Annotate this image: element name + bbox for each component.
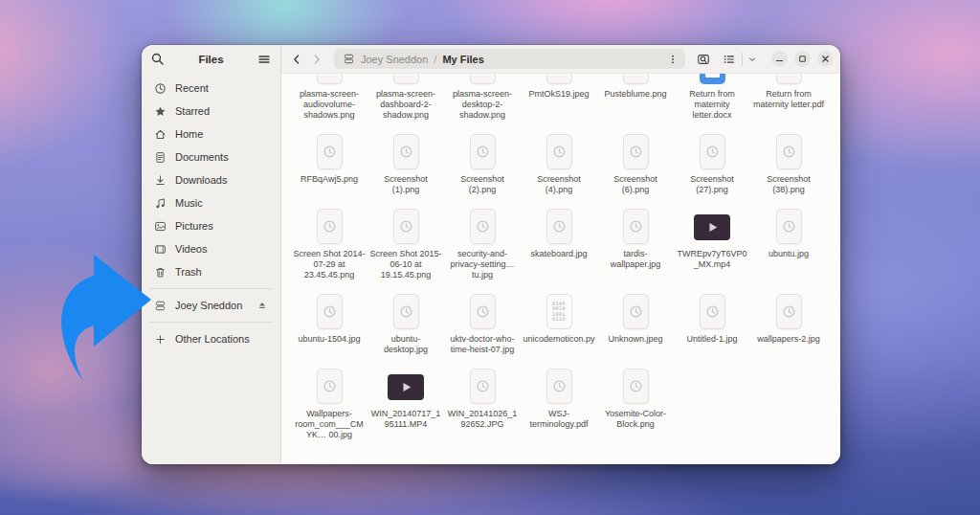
thumbnail-pending-icon <box>546 134 572 169</box>
file-item[interactable]: 0100 0010 1001 0110unicodemoticon.py <box>521 291 597 366</box>
file-item[interactable]: WIN_20141026_192652.JPG <box>444 366 521 451</box>
file-item[interactable]: WSJ-terminology.pdf <box>521 366 597 451</box>
play-icon <box>705 220 720 235</box>
clock-icon <box>705 304 720 319</box>
file-icon-box <box>388 366 424 404</box>
file-item[interactable]: RFBqAwj5.png <box>291 131 368 206</box>
eject-icon[interactable] <box>256 300 268 311</box>
file-item[interactable]: Return from maternity letter.docx <box>674 73 750 131</box>
file-item[interactable]: security-and-privacy-setting…tu.jpg <box>444 206 521 291</box>
hamburger-menu-icon[interactable] <box>256 52 272 67</box>
close-button[interactable] <box>817 51 834 67</box>
file-item[interactable]: Screenshot (38).png <box>750 131 827 206</box>
clock-icon <box>552 219 567 234</box>
file-icon-box <box>470 73 496 84</box>
thumbnail-pending-icon <box>393 134 419 169</box>
clock-icon <box>323 304 337 319</box>
file-item[interactable]: Screenshot (6).png <box>597 131 674 206</box>
file-item[interactable]: PmtOkS19.jpeg <box>521 73 597 131</box>
file-icon-box <box>317 366 343 404</box>
code-icon-text: 0100 0010 1001 0110 <box>552 302 566 323</box>
file-item[interactable]: TWREpv7yT6VP0_MX.mp4 <box>674 206 750 291</box>
thumbnail-pending-icon <box>317 134 343 169</box>
thumbnail-pending-icon <box>393 209 419 244</box>
app-title: Files <box>198 54 223 65</box>
document-icon <box>154 151 167 164</box>
video-thumb-icon <box>388 374 424 400</box>
sidebar-item-downloads[interactable]: Downloads <box>147 168 275 191</box>
thumbnail-pending-icon <box>470 134 496 169</box>
thumbnail-pending-icon <box>317 294 343 329</box>
file-name: Unknown.jpeg <box>599 334 672 345</box>
sidebar-item-music[interactable]: Music <box>147 191 275 214</box>
file-item[interactable]: Untitled-1.jpg <box>674 291 750 366</box>
thumbnail-pending-icon <box>470 209 496 244</box>
forward-button[interactable] <box>308 51 325 68</box>
file-item[interactable]: Screenshot (4).png <box>521 131 597 206</box>
file-item[interactable]: ubuntu.jpg <box>750 206 827 291</box>
file-name: ubuntu-1504.jpg <box>293 334 366 345</box>
file-item[interactable]: skateboard.jpg <box>521 206 597 291</box>
file-item[interactable]: plasma-screen-desktop-2-shadow.png <box>444 73 521 131</box>
clock-icon <box>629 379 643 393</box>
thumbnail-pending-icon <box>623 73 649 84</box>
file-icon-box <box>470 206 496 244</box>
file-item[interactable]: Wallpapers-room_com___CMYK… 00.jpg <box>291 366 368 451</box>
file-item[interactable]: wallpapers-2.jpg <box>750 291 827 366</box>
file-name: Screen Shot 2015-06-10 at 19.15.45.png <box>369 249 442 280</box>
file-item[interactable]: plasma-screen-dashboard-2-shadow.png <box>368 73 444 131</box>
minimize-button[interactable] <box>771 51 788 67</box>
sidebar-item-starred[interactable]: Starred <box>147 100 275 123</box>
file-item[interactable]: plasma-screen-audiovolume-shadows.png <box>291 73 368 131</box>
file-item[interactable]: tardis-wallpaper.jpg <box>597 206 674 291</box>
file-name: Screenshot (38).png <box>752 174 825 195</box>
file-item[interactable]: Screenshot (27).png <box>674 131 750 206</box>
sidebar-item-home[interactable]: Home <box>147 123 275 146</box>
sidebar-item-label: Home <box>175 128 203 140</box>
list-view-icon[interactable] <box>720 50 739 69</box>
file-icon-box <box>546 131 572 169</box>
file-name: Screenshot (27).png <box>676 174 748 195</box>
clock-icon <box>399 73 413 74</box>
file-item[interactable]: Pusteblume.png <box>597 73 674 131</box>
sidebar-item-label: Downloads <box>175 174 227 186</box>
sidebar-item-label: Pictures <box>175 220 213 232</box>
file-item[interactable]: ubuntu-1504.jpg <box>291 291 368 366</box>
file-item[interactable]: WIN_20140717_195111.MP4 <box>368 366 444 451</box>
file-item[interactable]: Unknown.jpeg <box>597 291 674 366</box>
file-item[interactable]: Yosemite-Color-Block.png <box>597 366 674 451</box>
file-grid-view[interactable]: plasma-screen-audiovolume-shadows.pngpla… <box>281 73 840 464</box>
sidebar-item-recent[interactable]: Recent <box>147 77 275 100</box>
file-icon-box <box>317 206 343 244</box>
file-item[interactable]: ubuntu-desktop.jpg <box>368 291 444 366</box>
file-item[interactable]: Screen Shot 2014-07-29 at 23.45.45.png <box>291 206 368 291</box>
clock-icon <box>154 82 167 95</box>
file-item[interactable]: Screenshot (2).png <box>444 131 521 206</box>
file-name: plasma-screen-audiovolume-shadows.png <box>293 89 366 121</box>
search-folder-icon[interactable] <box>694 50 713 69</box>
file-icon-box <box>700 291 725 329</box>
search-icon[interactable] <box>150 52 166 67</box>
clock-icon <box>782 219 796 234</box>
annotation-arrow <box>38 230 172 392</box>
file-name: tardis-wallpaper.jpg <box>599 249 672 270</box>
file-name: PmtOkS19.jpeg <box>523 89 595 100</box>
file-name: ubuntu-desktop.jpg <box>369 334 442 355</box>
breadcrumb-root[interactable]: Joey Sneddon <box>361 54 428 65</box>
file-item[interactable]: uktv-doctor-who-time-heist-07.jpg <box>444 291 521 366</box>
back-button[interactable] <box>288 51 305 68</box>
file-icon-box <box>776 206 802 244</box>
thumbnail-pending-icon <box>623 294 649 329</box>
clock-icon <box>399 219 413 234</box>
file-icon-box <box>317 131 343 169</box>
sidebar-item-documents[interactable]: Documents <box>147 146 275 168</box>
view-options-chevron-down-icon[interactable] <box>746 53 759 66</box>
file-item[interactable]: Screen Shot 2015-06-10 at 19.15.45.png <box>368 206 444 291</box>
file-item[interactable]: Return from maternity letter.pdf <box>750 73 827 131</box>
path-menu-kebab-icon[interactable] <box>665 52 680 67</box>
maximize-button[interactable] <box>794 51 811 67</box>
file-icon-box <box>393 206 419 244</box>
breadcrumb[interactable]: Joey Sneddon / My Files <box>334 49 685 69</box>
thumbnail-pending-icon <box>470 73 496 84</box>
file-item[interactable]: Screenshot (1).png <box>368 131 444 206</box>
